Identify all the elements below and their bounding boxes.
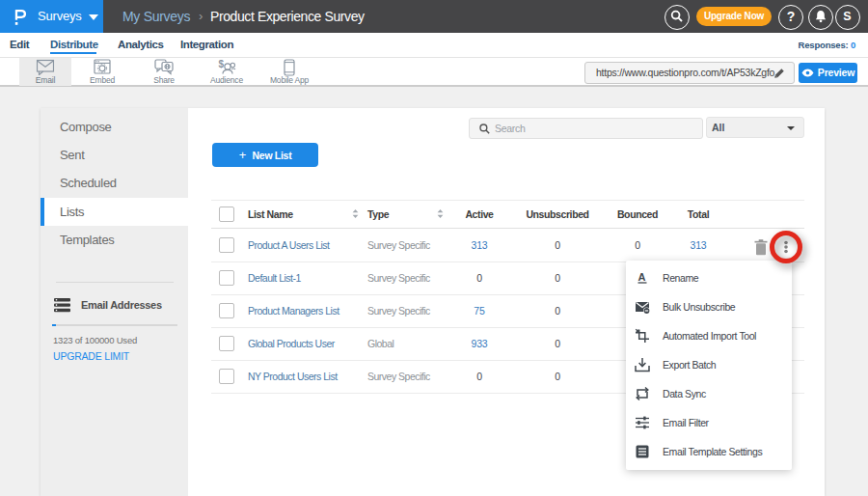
svg-text:$: $ — [219, 59, 225, 69]
svg-text:A: A — [638, 270, 646, 282]
